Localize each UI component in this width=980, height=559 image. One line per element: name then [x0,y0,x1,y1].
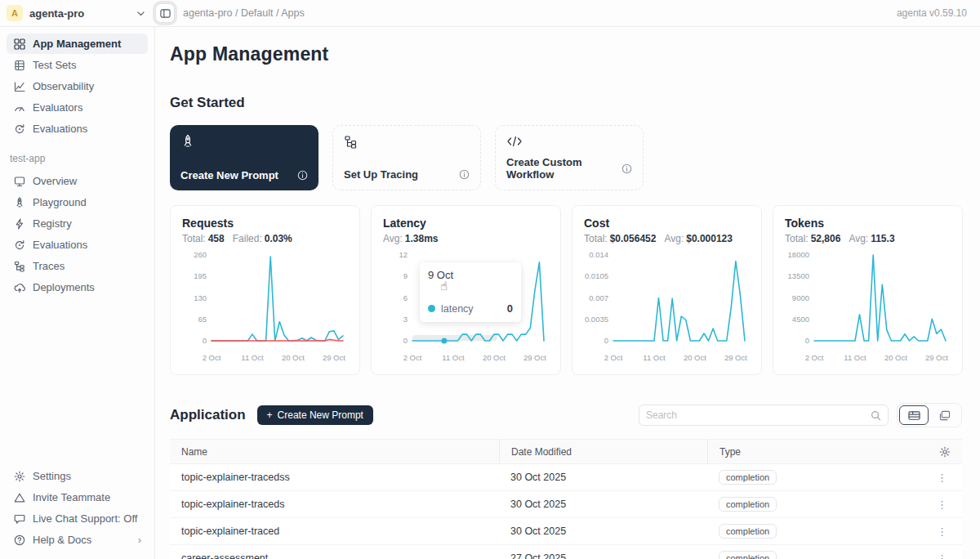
search-icon[interactable] [871,410,881,421]
sidebar-item-deployments[interactable]: Deployments [7,277,148,297]
search-box [639,405,889,426]
card-label: Create New Prompt [180,169,278,181]
get-started-card-set-up-tracing[interactable]: Set Up Tracing [332,125,481,190]
svg-text:20 Oct: 20 Oct [483,353,506,362]
card-view-button[interactable] [930,405,960,425]
get-started-card-create-custom-workflow[interactable]: Create Custom Workflow [495,125,644,190]
sidebar-section-label: test-app [10,153,148,164]
svg-text:6: 6 [403,293,408,302]
table-view-icon [908,410,920,421]
svg-text:3: 3 [403,315,408,324]
gear-icon[interactable] [939,446,951,458]
sidebar-item-help-docs[interactable]: Help & Docs› [7,530,148,550]
sidebar-item-label: Invite Teammate [33,491,110,503]
svg-text:195: 195 [194,271,207,280]
stat: Avg:$0.000123 [664,233,733,244]
svg-text:29 Oct: 29 Oct [724,353,747,362]
sidebar-item-evaluations[interactable]: Evaluations [7,119,148,139]
sidebar-main-nav: App ManagementTest SetsObservabilityEval… [7,34,148,140]
sidebar-item-invite-teammate[interactable]: Invite Teammate [7,487,148,508]
evaluations-icon [13,239,25,251]
sidebar-item-registry[interactable]: Registry [7,213,148,234]
svg-text:9: 9 [403,271,408,280]
column-header-type[interactable]: Type [707,440,921,463]
application-title: Application [170,407,246,423]
breadcrumb[interactable]: agenta-pro / Default / Apps [183,7,305,19]
tooltip-series-name: latency [441,303,501,315]
table-view-button[interactable] [899,405,929,425]
get-started-card-create-new-prompt[interactable]: Create New Prompt [170,125,318,190]
table-row[interactable]: career-assessment27 Oct 2025completion⋮ [170,545,962,559]
table-row[interactable]: topic-explainer-traced30 Oct 2025complet… [170,518,962,545]
row-menu-button[interactable]: ⋮ [937,525,947,538]
main-content: App Management Get Started Create New Pr… [155,27,980,559]
cost-chart-plot[interactable]: 0.0140.01050.0070.003502 Oct11 Oct20 Oct… [584,244,751,367]
tooltip-series-dot [428,305,435,312]
app-name: topic-explainer-traceds [170,499,499,510]
table-header: Name Date Modified Type [170,440,962,464]
sidebar-item-app-management[interactable]: App Management [7,34,148,54]
row-menu-button[interactable]: ⋮ [937,499,947,511]
svg-text:29 Oct: 29 Oct [523,353,546,362]
app-name: topic-explainer-traced [170,525,499,537]
svg-text:2 Oct: 2 Oct [203,353,221,362]
stat: Total:$0.056452 [584,233,656,244]
column-header-date-modified[interactable]: Date Modified [499,440,707,463]
view-toggle [897,403,962,427]
sidebar-item-label: Overview [33,175,77,187]
svg-text:0: 0 [203,336,207,345]
svg-text:20 Oct: 20 Oct [684,353,706,362]
info-icon[interactable] [459,169,470,180]
tokens-chart-card: TokensTotal:52,806Avg:115.31800013500900… [773,205,963,375]
search-input[interactable] [646,409,871,421]
sidebar-item-playground[interactable]: Playground [7,192,148,212]
rocket-icon [180,134,308,149]
type-badge: completion [719,470,777,485]
svg-text:9000: 9000 [792,293,809,302]
traces-icon [13,260,25,272]
settings-icon [13,470,25,482]
sidebar-item-traces[interactable]: Traces [7,256,148,276]
observability-icon [13,80,25,92]
registry-icon [13,217,25,230]
svg-text:0.0035: 0.0035 [585,315,608,324]
latency-chart-tooltip: 9 Oct latency 0 [420,262,521,322]
table-row[interactable]: topic-explainer-traceds30 Oct 2025comple… [170,491,962,518]
row-menu-button[interactable]: ⋮ [937,472,947,484]
svg-text:11 Oct: 11 Oct [643,353,666,362]
sidebar-item-evaluators[interactable]: Evaluators [7,97,148,118]
sidebar: App ManagementTest SetsObservabilityEval… [0,27,155,559]
sidebar-item-overview[interactable]: Overview [7,171,148,191]
svg-text:0: 0 [403,336,408,345]
sidebar-toggle-button[interactable] [155,3,175,23]
workspace-selector[interactable]: A agenta-pro [0,5,155,21]
sidebar-item-observability[interactable]: Observability [7,76,148,96]
invite-icon [13,491,25,503]
row-menu-button[interactable]: ⋮ [937,552,947,559]
app-date-modified: 30 Oct 2025 [499,525,707,537]
sidebar-item-live-chat-support-off[interactable]: Live Chat Support: Off [7,508,148,529]
get-started-cards: Create New PromptSet Up TracingCreate Cu… [170,125,962,190]
column-header-name[interactable]: Name [170,440,499,463]
requests-chart-card: RequestsTotal:458Failed:0.03%26019513065… [170,205,360,375]
card-label: Set Up Tracing [344,168,418,181]
evaluations-icon [13,123,25,135]
create-new-prompt-button[interactable]: + Create New Prompt [257,405,373,425]
app-name: topic-explainer-tracedss [170,472,499,483]
tokens-chart-plot[interactable]: 18000135009000450002 Oct11 Oct20 Oct29 O… [785,244,951,367]
svg-text:13500: 13500 [788,271,809,280]
chat-icon [13,512,25,525]
svg-text:2 Oct: 2 Oct [805,353,824,362]
page-title: App Management [170,43,962,65]
sidebar-item-evaluations[interactable]: Evaluations [7,235,148,255]
app-date-modified: 27 Oct 2025 [499,552,707,559]
sidebar-item-settings[interactable]: Settings [7,466,148,486]
requests-chart-plot[interactable]: 2601951306502 Oct11 Oct20 Oct29 Oct [182,244,349,367]
sidebar-item-label: Registry [33,217,72,230]
sidebar-item-test-sets[interactable]: Test Sets [7,55,148,75]
latency-chart-title: Latency [383,217,549,230]
info-icon[interactable] [621,163,632,174]
info-icon[interactable] [297,170,308,181]
sidebar-item-label: App Management [33,38,121,50]
table-row[interactable]: topic-explainer-tracedss30 Oct 2025compl… [170,464,962,491]
